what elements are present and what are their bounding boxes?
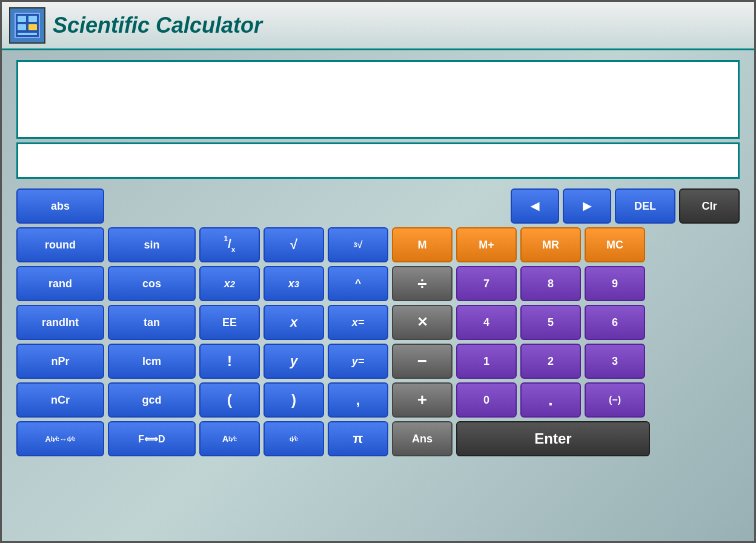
nPr-button[interactable]: nPr [16, 344, 104, 379]
n4-button[interactable]: 4 [456, 305, 517, 340]
main-body: abs ◀ ▶ DEL Clr round sin 1/x √ 3√ M [2, 50, 754, 541]
divide-button[interactable]: ÷ [392, 266, 453, 301]
svg-rect-1 [18, 16, 26, 22]
clr-button[interactable]: Clr [679, 188, 740, 224]
button-row-0: abs ◀ ▶ DEL Clr [16, 188, 740, 224]
d-e-button[interactable]: d⁄e [264, 421, 324, 456]
EE-button[interactable]: EE [199, 305, 260, 340]
enter-button[interactable]: Enter [456, 421, 650, 456]
frac-conv-button[interactable]: Ab⁄c ↔ d⁄e [16, 421, 104, 456]
f-to-d-button[interactable]: F⟺D [108, 421, 196, 456]
x3-button[interactable]: x3 [264, 266, 324, 301]
inv-x-button[interactable]: 1/x [199, 227, 260, 262]
randInt-button[interactable]: randInt [16, 305, 104, 340]
dot-button[interactable]: . [520, 382, 581, 418]
svg-rect-3 [18, 24, 26, 30]
MR-button[interactable]: MR [520, 227, 581, 262]
pi-button[interactable]: π [328, 421, 388, 456]
A-frac-button[interactable]: Ab⁄c [199, 421, 260, 456]
button-row-5: nCr gcd ( ) , + 0 . (−) [16, 382, 740, 418]
abs-button[interactable]: abs [16, 188, 104, 224]
MC-button[interactable]: MC [585, 227, 645, 262]
button-row-1: round sin 1/x √ 3√ M M+ MR MC [16, 227, 740, 262]
n7-button[interactable]: 7 [456, 266, 517, 301]
display-area [16, 60, 740, 179]
app-title: Scientific Calculator [53, 13, 262, 38]
tan-button[interactable]: tan [108, 305, 196, 340]
y-eq-button[interactable]: y= [328, 344, 388, 379]
del-button[interactable]: DEL [615, 188, 675, 224]
minus-button[interactable]: − [392, 344, 453, 379]
left-arrow-button[interactable]: ◀ [511, 188, 559, 224]
x2-button[interactable]: x2 [199, 266, 260, 301]
svg-rect-2 [28, 16, 37, 22]
cos-button[interactable]: cos [108, 266, 196, 301]
main-display[interactable] [16, 60, 740, 139]
sin-button[interactable]: sin [108, 227, 196, 262]
Mplus-button[interactable]: M+ [456, 227, 517, 262]
multiply-button[interactable]: ✕ [392, 305, 453, 340]
ans-button[interactable]: Ans [392, 421, 453, 456]
svg-rect-5 [18, 33, 37, 35]
right-arrow-button[interactable]: ▶ [563, 188, 611, 224]
sqrt-button[interactable]: √ [264, 227, 324, 262]
lcm-button[interactable]: lcm [108, 344, 196, 379]
n0-button[interactable]: 0 [456, 382, 517, 418]
button-row-6: Ab⁄c ↔ d⁄e F⟺D Ab⁄c d⁄e π Ans Enter [16, 421, 740, 456]
title-bar: Scientific Calculator [2, 2, 754, 50]
n9-button[interactable]: 9 [585, 266, 645, 301]
rand-button[interactable]: rand [16, 266, 104, 301]
button-row-2: rand cos x2 x3 ^ ÷ 7 8 9 [16, 266, 740, 301]
round-button[interactable]: round [16, 227, 104, 262]
n8-button[interactable]: 8 [520, 266, 581, 301]
cbrt-button[interactable]: 3√ [328, 227, 388, 262]
factorial-button[interactable]: ! [199, 344, 260, 379]
secondary-display[interactable] [16, 142, 740, 179]
caret-button[interactable]: ^ [328, 266, 388, 301]
nCr-button[interactable]: nCr [16, 382, 104, 418]
gcd-button[interactable]: gcd [108, 382, 196, 418]
neg-button[interactable]: (−) [585, 382, 645, 418]
y-var-button[interactable]: y [264, 344, 324, 379]
n5-button[interactable]: 5 [520, 305, 581, 340]
button-row-4: nPr lcm ! y y= − 1 2 3 [16, 344, 740, 379]
n1-button[interactable]: 1 [456, 344, 517, 379]
n3-button[interactable]: 3 [585, 344, 645, 379]
app-icon [9, 7, 45, 44]
plus-button[interactable]: + [392, 382, 453, 418]
x-var-button[interactable]: x [264, 305, 324, 340]
comma-button[interactable]: , [328, 382, 388, 418]
button-row-3: randInt tan EE x x= ✕ 4 5 6 [16, 305, 740, 340]
M-button[interactable]: M [392, 227, 453, 262]
svg-rect-4 [28, 24, 37, 30]
buttons-area: abs ◀ ▶ DEL Clr round sin 1/x √ 3√ M [16, 188, 740, 531]
x-eq-button[interactable]: x= [328, 305, 388, 340]
n6-button[interactable]: 6 [585, 305, 645, 340]
n2-button[interactable]: 2 [520, 344, 581, 379]
rparen-button[interactable]: ) [264, 382, 324, 418]
calculator: Scientific Calculator abs ◀ ▶ DEL Clr ro… [0, 0, 756, 543]
lparen-button[interactable]: ( [199, 382, 260, 418]
